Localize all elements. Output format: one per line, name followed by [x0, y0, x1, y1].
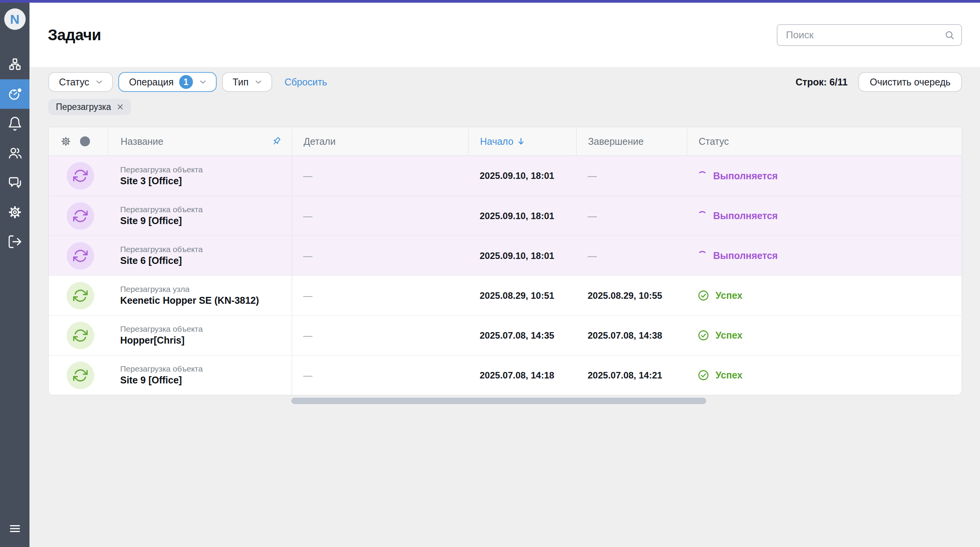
column-settings-header — [49, 127, 108, 156]
app-logo[interactable]: N — [4, 8, 26, 30]
task-start: 2025.09.10, 18:01 — [480, 170, 554, 181]
search-input[interactable] — [777, 24, 962, 46]
task-target-name: Keenetic Hopper SE (KN-3812) — [120, 295, 259, 306]
sidebar-item-notifications[interactable] — [0, 109, 29, 138]
success-check-icon — [697, 369, 709, 381]
type-filter-label: Тип — [233, 77, 249, 88]
operation-filter-label: Операция — [129, 77, 174, 88]
search-box — [777, 24, 962, 46]
column-header-finish[interactable]: Завершение — [576, 127, 687, 156]
table-row[interactable]: Перезагрузка объекта Site 9 [Office] — 2… — [49, 196, 962, 236]
task-details: — — [303, 251, 312, 261]
page-title: Задачи — [48, 26, 101, 44]
table-header: Название Детали На — [49, 127, 962, 156]
gear-icon — [7, 205, 23, 220]
sidebar: N — [0, 3, 29, 547]
reboot-icon — [73, 169, 88, 183]
pinned-column-divider — [292, 127, 292, 395]
menu-toggle[interactable] — [0, 514, 29, 543]
task-operation-type: Перезагрузка объекта — [120, 205, 203, 213]
operation-filter-button[interactable]: Операция 1 — [118, 72, 217, 92]
reboot-icon — [73, 288, 88, 303]
task-start: 2025.07.08, 14:18 — [480, 370, 554, 381]
task-operation-type: Перезагрузка объекта — [120, 245, 203, 253]
hamburger-icon — [7, 521, 23, 536]
success-check-icon — [697, 290, 709, 301]
column-header-start[interactable]: Начало — [468, 127, 576, 156]
table-body: Перезагрузка объекта Site 3 [Office] — 2… — [49, 156, 962, 395]
chevron-down-icon — [95, 77, 104, 87]
reset-filters-link[interactable]: Сбросить — [284, 77, 327, 88]
task-target-name: Site 9 [Office] — [120, 375, 182, 386]
column-header-finish-label: Завершение — [588, 136, 644, 147]
table-row[interactable]: Перезагрузка объекта Site 6 [Office] — 2… — [49, 236, 962, 275]
chat-icon — [7, 175, 23, 190]
column-header-name[interactable]: Название — [108, 127, 292, 156]
status-filter-label: Статус — [59, 77, 89, 88]
column-header-start-label: Начало — [480, 136, 513, 147]
clear-queue-button[interactable]: Очистить очередь — [858, 72, 962, 92]
search-icon[interactable] — [944, 30, 955, 41]
task-details: — — [303, 290, 312, 301]
task-avatar — [67, 322, 94, 349]
task-avatar — [67, 362, 94, 389]
task-start: 2025.08.29, 10:51 — [480, 290, 554, 301]
table-row[interactable]: Перезагрузка объекта Site 9 [Office] — 2… — [49, 355, 962, 395]
gauge-icon — [7, 87, 23, 102]
active-filters-row: Перезагрузка — [48, 99, 962, 115]
task-status: Успех — [715, 290, 742, 301]
table-settings-gear-icon[interactable] — [60, 136, 72, 147]
horizontal-scrollbar[interactable] — [291, 398, 706, 404]
task-finish: — — [588, 211, 597, 221]
column-header-details[interactable]: Детали — [292, 127, 468, 156]
top-accent-bar — [0, 0, 980, 3]
chip-remove-icon[interactable] — [116, 102, 125, 111]
table-row[interactable]: Перезагрузка узла Keenetic Hopper SE (KN… — [49, 275, 962, 315]
task-status: Выполняется — [713, 250, 778, 261]
rows-counter: Строк: 6/11 — [795, 77, 848, 88]
task-avatar — [67, 282, 94, 310]
chevron-down-icon — [198, 77, 207, 87]
task-details: — — [303, 370, 312, 381]
running-spinner-icon — [697, 211, 707, 221]
sidebar-item-support-chat[interactable] — [0, 168, 29, 197]
sidebar-item-network[interactable] — [0, 50, 29, 79]
operation-filter-badge: 1 — [179, 75, 193, 89]
task-finish: 2025.07.08, 14:21 — [588, 370, 662, 381]
task-finish: — — [588, 170, 597, 181]
sidebar-item-users[interactable] — [0, 138, 29, 168]
task-operation-type: Перезагрузка объекта — [120, 365, 203, 373]
task-finish: 2025.07.08, 14:38 — [588, 330, 662, 341]
sidebar-item-logout[interactable] — [0, 227, 29, 256]
column-header-status-label: Статус — [699, 136, 729, 147]
logout-icon — [7, 234, 23, 249]
filter-bar: Статус Операция 1 Тип Сбросить — [48, 72, 962, 92]
task-start: 2025.09.10, 18:01 — [480, 211, 554, 221]
task-details: — — [303, 211, 312, 221]
task-target-name: Site 6 [Office] — [120, 255, 182, 266]
task-start: 2025.07.08, 14:35 — [480, 330, 554, 341]
column-header-details-label: Детали — [304, 136, 336, 147]
task-target-name: Hopper[Chris] — [120, 335, 185, 346]
running-spinner-icon — [697, 171, 707, 181]
table-row[interactable]: Перезагрузка объекта Hopper[Chris] — 202… — [49, 315, 962, 355]
bell-icon — [7, 116, 23, 131]
pin-icon[interactable] — [271, 136, 282, 147]
table-row[interactable]: Перезагрузка объекта Site 3 [Office] — 2… — [49, 156, 962, 196]
sidebar-item-dashboard[interactable] — [0, 79, 29, 109]
type-filter-button[interactable]: Тип — [222, 72, 273, 92]
sitemap-icon — [7, 57, 23, 72]
filter-chip-reboot[interactable]: Перезагрузка — [48, 99, 131, 115]
sidebar-item-settings[interactable] — [0, 197, 29, 227]
running-spinner-icon — [697, 251, 707, 260]
task-operation-type: Перезагрузка узла — [120, 285, 189, 293]
content-area: Статус Операция 1 Тип Сбросить — [29, 67, 980, 547]
users-icon — [7, 146, 23, 161]
app-logo-letter: N — [10, 13, 20, 26]
status-filter-button[interactable]: Статус — [48, 72, 113, 92]
tasks-table: Название Детали На — [48, 127, 962, 395]
column-header-status[interactable]: Статус — [687, 127, 962, 156]
task-details: — — [303, 170, 312, 181]
reboot-icon — [73, 368, 88, 383]
reboot-icon — [73, 249, 88, 263]
